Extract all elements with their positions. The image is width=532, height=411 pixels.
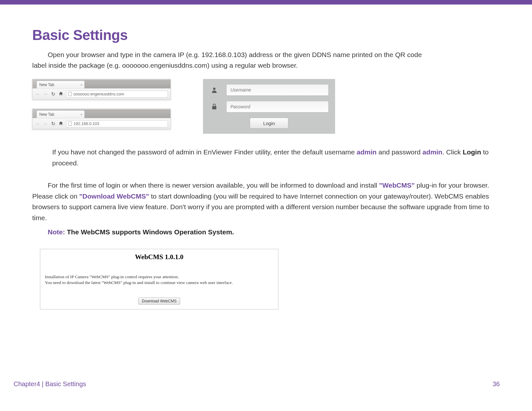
close-icon[interactable]: × (81, 113, 82, 116)
page-icon (68, 122, 72, 126)
intro-line2: label inside the package (e.g. ooooooo.e… (32, 62, 298, 69)
svg-point-0 (213, 88, 215, 90)
address-bar[interactable]: ooooooo.engeniusddns.com (66, 91, 168, 98)
lock-icon (209, 102, 219, 112)
webcms-line1: Installation of IP Camera "WebCMS" plug-… (45, 274, 179, 279)
username-row (209, 84, 329, 96)
address-text: 192.168.0.103 (73, 122, 99, 126)
top-accent-bar (0, 0, 532, 5)
page-icon (68, 92, 72, 96)
note-label: Note: (48, 228, 65, 236)
page-content: Basic Settings Open your browser and typ… (0, 5, 532, 309)
download-webcms-button[interactable]: Download WebCMS (138, 298, 180, 305)
browser-tab[interactable]: New Tab × (36, 110, 85, 118)
close-icon[interactable]: × (81, 83, 82, 87)
tab-spacer (84, 110, 170, 118)
browser-tab[interactable]: New Tab × (36, 81, 85, 88)
p2-admin1: admin (357, 148, 377, 156)
p2-b: and password (377, 148, 422, 156)
login-instructions: If you have not changed the password of … (32, 147, 500, 168)
browser-window-ip: New Tab × ← → ↻ 192.168.0.103 (32, 109, 171, 129)
back-icon[interactable]: ← (35, 91, 40, 97)
tab-strip: New Tab × (33, 109, 170, 118)
footer-page-number: 36 (493, 380, 500, 388)
back-icon[interactable]: ← (35, 121, 40, 126)
p2-login: Login (463, 148, 481, 156)
address-bar[interactable]: 192.168.0.103 (66, 120, 168, 127)
browser-toolbar: ← → ↻ ooooooo.engeniusddns.com (33, 88, 170, 99)
p3-a: For the first time of login or when ther… (48, 181, 379, 189)
p3-webcms: "WebCMS" (379, 181, 415, 189)
login-button[interactable]: Login (250, 118, 288, 129)
footer-chapter: Chapter4 | Basic Settings (14, 380, 86, 388)
browser-window-ddns: New Tab × ← → ↻ ooooooo.engeniusddns.com (32, 79, 171, 100)
login-panel: Login (203, 79, 335, 134)
webcms-text: Installation of IP Camera "WebCMS" plug-… (40, 274, 278, 286)
webcms-dialog: WebCMS 1.0.1.0 Installation of IP Camera… (40, 249, 278, 309)
webcms-instructions: For the first time of login or when ther… (32, 180, 500, 237)
figure-row: New Tab × ← → ↻ ooooooo.engeniusddns.com (32, 79, 500, 134)
forward-icon[interactable]: → (43, 91, 48, 97)
reload-icon[interactable]: ↻ (51, 121, 56, 127)
home-icon[interactable] (58, 91, 63, 97)
svg-rect-1 (212, 106, 217, 109)
p2-c: . Click (442, 148, 463, 156)
p2-a: If you have not changed the password of … (52, 148, 357, 156)
webcms-button-row: Download WebCMS (40, 298, 278, 305)
browser-column: New Tab × ← → ↻ ooooooo.engeniusddns.com (32, 79, 171, 129)
intro-paragraph: Open your browser and type in the camera… (32, 50, 500, 71)
intro-line1: Open your browser and type in the camera… (48, 51, 422, 58)
tab-strip: New Tab × (33, 79, 170, 88)
address-text: ooooooo.engeniusddns.com (73, 92, 124, 96)
username-input[interactable] (226, 84, 329, 96)
password-input[interactable] (226, 101, 329, 113)
home-icon[interactable] (58, 121, 63, 126)
tab-label: New Tab (39, 112, 54, 117)
login-button-row: Login (209, 118, 329, 129)
reload-icon[interactable]: ↻ (51, 91, 56, 97)
tab-label: New Tab (39, 83, 54, 87)
forward-icon[interactable]: → (43, 121, 48, 126)
user-icon (209, 85, 219, 95)
password-row (209, 101, 329, 113)
page-title: Basic Settings (32, 27, 500, 43)
tab-spacer (84, 81, 170, 88)
webcms-line2: You need to download the latest "WebCMS"… (45, 280, 233, 285)
page-footer: Chapter4 | Basic Settings 36 (14, 380, 500, 388)
note-text: The WebCMS supports Windows Operation Sy… (65, 228, 234, 236)
webcms-title: WebCMS 1.0.1.0 (40, 253, 278, 261)
p3-download: "Download WebCMS" (79, 192, 149, 200)
browser-toolbar: ← → ↻ 192.168.0.103 (33, 118, 170, 129)
p2-admin2: admin (422, 148, 442, 156)
